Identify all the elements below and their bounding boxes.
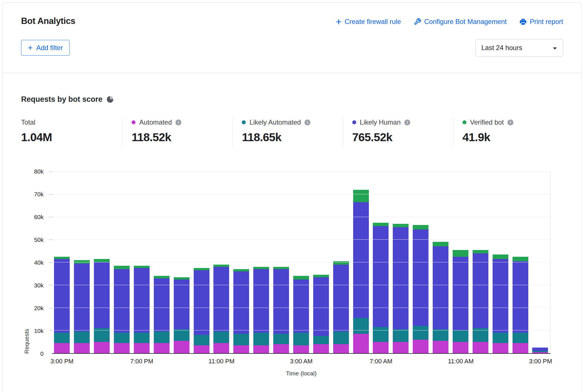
stacked-bar <box>233 172 249 353</box>
info-icon[interactable]: i <box>175 120 181 125</box>
y-axis-tick-label: 60k <box>24 214 44 220</box>
bar-segment-likely-automated <box>273 334 289 344</box>
bar-segment-automated <box>154 343 170 353</box>
bar-segment-likely-human <box>114 269 130 333</box>
card-header: Bot Analytics Create firewall rule Confi… <box>3 3 582 73</box>
stat-automated: Automatedi118.52k <box>122 118 232 147</box>
bar-segment-verified-bot <box>253 267 269 269</box>
bar-segment-verified-bot <box>293 276 309 279</box>
bar-segment-verified-bot <box>433 242 448 246</box>
bar-14[interactable] <box>331 172 351 353</box>
bar-segment-likely-human <box>174 280 190 330</box>
configure-bot-management-link[interactable]: Configure Bot Management <box>414 18 507 26</box>
bar-segment-verified-bot <box>114 266 130 269</box>
bar-segment-likely-human <box>293 280 309 333</box>
add-filter-button[interactable]: + Add filter <box>21 40 70 56</box>
bar-4[interactable] <box>132 172 152 353</box>
print-report-link[interactable]: Print report <box>520 18 563 26</box>
bar-segment-automated <box>353 334 369 353</box>
bar-segment-likely-automated <box>74 332 90 343</box>
bar-segment-automated <box>194 345 209 353</box>
bar-19[interactable] <box>431 172 451 353</box>
bar-segment-automated <box>393 342 409 353</box>
x-axis-tick-label: 11:00 AM <box>448 358 473 365</box>
bar-segment-verified-bot <box>313 275 329 277</box>
stat-label: Automated <box>139 118 172 126</box>
gridline <box>52 217 550 217</box>
gridline <box>52 171 550 172</box>
bar-segment-likely-automated <box>333 332 349 344</box>
bar-segment-automated <box>493 343 508 353</box>
y-axis-tick-label: 30k <box>24 282 44 289</box>
stacked-bar <box>453 172 468 353</box>
bar-10[interactable] <box>251 172 271 353</box>
bar-segment-likely-automated <box>453 330 468 342</box>
bar-segment-likely-automated <box>194 335 209 345</box>
plot-area <box>52 172 551 354</box>
bar-0[interactable] <box>52 172 72 353</box>
bar-24[interactable] <box>530 172 550 353</box>
info-icon[interactable]: i <box>404 120 410 125</box>
bar-segment-verified-bot <box>74 260 90 263</box>
stacked-bar <box>273 172 289 353</box>
bar-segment-likely-human <box>74 263 90 332</box>
stacked-bar <box>213 172 229 353</box>
bar-segment-likely-automated <box>174 329 190 341</box>
bar-segment-likely-human <box>194 270 209 335</box>
bar-23[interactable] <box>510 172 530 353</box>
bar-segment-verified-bot <box>54 257 70 259</box>
bar-segment-likely-human <box>493 259 508 333</box>
page-title: Bot Analytics <box>21 16 75 26</box>
bar-segment-likely-automated <box>373 327 389 342</box>
x-axis-labels: 3:00 PM7:00 PM11:00 PM3:00 AM7:00 AM11:0… <box>52 358 551 367</box>
y-axis-tick-label: 40k <box>24 259 44 266</box>
bar-18[interactable] <box>411 172 431 353</box>
bar-segment-likely-human <box>473 253 488 328</box>
bar-segment-verified-bot <box>333 261 349 265</box>
bar-segment-likely-automated <box>493 333 508 343</box>
info-icon[interactable]: i <box>507 120 513 125</box>
bar-segment-likely-human <box>333 265 349 332</box>
bar-segment-verified-bot <box>233 269 249 271</box>
bar-segment-automated <box>134 343 150 353</box>
stacked-bar <box>353 172 369 353</box>
x-axis-tick-label: 11:00 PM <box>209 358 235 365</box>
stat-value: 118.65k <box>242 131 342 144</box>
stacked-bar <box>393 172 409 353</box>
bar-15[interactable] <box>351 172 371 353</box>
bar-6[interactable] <box>172 172 191 353</box>
bar-8[interactable] <box>211 172 231 353</box>
bar-segment-verified-bot <box>154 276 170 278</box>
stacked-bar <box>493 172 508 353</box>
legend-dot <box>132 120 136 124</box>
bot-analytics-card: Bot Analytics Create firewall rule Confi… <box>2 2 582 392</box>
bar-9[interactable] <box>231 172 251 353</box>
bar-13[interactable] <box>311 172 331 353</box>
bar-segment-likely-human <box>273 269 289 334</box>
legend-dot <box>463 120 466 124</box>
bar-3[interactable] <box>112 172 132 353</box>
bar-segment-likely-automated <box>293 333 309 345</box>
y-axis-labels: 010k20k30k40k50k60k70k80k <box>21 172 48 354</box>
bar-segment-likely-human <box>513 261 528 333</box>
time-range-select[interactable]: Last 24 hours <box>475 39 563 57</box>
create-firewall-rule-link[interactable]: Create firewall rule <box>336 18 401 26</box>
chevron-down-icon <box>552 44 557 52</box>
bar-22[interactable] <box>490 172 510 353</box>
bar-segment-automated <box>213 343 229 353</box>
bar-20[interactable] <box>451 172 471 353</box>
stacked-bar <box>94 172 110 353</box>
bar-7[interactable] <box>191 172 211 353</box>
action-label: Create firewall rule <box>345 18 401 26</box>
bar-5[interactable] <box>152 172 172 353</box>
bar-17[interactable] <box>391 172 411 353</box>
bar-11[interactable] <box>271 172 291 353</box>
bar-12[interactable] <box>291 172 311 353</box>
info-icon[interactable]: i <box>304 120 310 125</box>
bar-21[interactable] <box>470 172 490 353</box>
bar-2[interactable] <box>92 172 112 353</box>
y-axis-tick-mark <box>49 194 52 195</box>
bar-16[interactable] <box>371 172 391 353</box>
bar-1[interactable] <box>72 172 92 353</box>
bar-segment-verified-bot <box>513 257 528 261</box>
